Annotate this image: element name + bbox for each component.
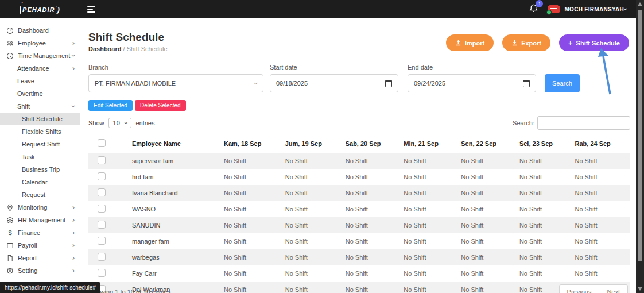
sidebar-item-label: Leave xyxy=(17,78,75,84)
scrollbar-thumb[interactable] xyxy=(638,10,642,261)
sidebar-item-overtime[interactable]: Overtime xyxy=(0,87,80,100)
shift-cell: No Shift xyxy=(516,169,572,185)
column-header-employee-name[interactable]: Employee Name xyxy=(129,134,220,153)
sidebar-item-request-shift[interactable]: Request Shift xyxy=(0,138,80,151)
shift-cell: No Shift xyxy=(516,153,572,169)
table-row: Fay CarrNo ShiftNo ShiftNo ShiftNo Shift… xyxy=(88,265,630,282)
shift-cell: No Shift xyxy=(516,265,572,282)
select-all-checkbox[interactable] xyxy=(98,139,106,147)
clock-icon xyxy=(6,52,14,60)
breadcrumb-separator: / xyxy=(123,45,125,52)
shift-cell: No Shift xyxy=(400,282,457,293)
chevron-right-icon: › xyxy=(72,242,75,249)
status-bar-url: https://pehadir.my.id/shift-schedule# xyxy=(0,282,100,293)
dollar-icon: $ xyxy=(6,229,14,237)
sidebar-item-monitoring[interactable]: Monitoring› xyxy=(0,201,80,214)
row-checkbox[interactable] xyxy=(98,253,106,261)
shift-cell: No Shift xyxy=(400,169,457,185)
add-shift-schedule-button[interactable]: + Shift Schedule xyxy=(559,34,629,51)
sidebar-item-time-management[interactable]: Time Management› xyxy=(0,49,80,62)
shift-cell: No Shift xyxy=(571,153,630,169)
end-date-input[interactable]: 09/24/2025 xyxy=(408,74,536,92)
row-checkbox[interactable] xyxy=(98,269,106,277)
row-checkbox[interactable] xyxy=(98,172,106,180)
row-checkbox[interactable] xyxy=(98,188,106,196)
row-checkbox[interactable] xyxy=(98,205,106,213)
breadcrumb-parent[interactable]: Dashboard xyxy=(88,45,121,52)
pagination: Previous Next xyxy=(559,284,628,293)
sidebar-item-finance[interactable]: $Finance› xyxy=(0,226,80,239)
row-checkbox[interactable] xyxy=(98,156,106,164)
table-row: WASNONo ShiftNo ShiftNo ShiftNo ShiftNo … xyxy=(88,201,630,217)
row-checkbox[interactable] xyxy=(98,237,106,245)
topbar: PEHADIR) 1 MOCH FIRMANSYAH › xyxy=(0,0,644,18)
scroll-down-arrow-icon[interactable] xyxy=(638,287,642,291)
next-page-button[interactable]: Next xyxy=(599,284,628,293)
scroll-up-arrow-icon[interactable] xyxy=(638,2,642,6)
sidebar-item-label: HR Management xyxy=(18,217,72,223)
shift-cell: No Shift xyxy=(282,249,342,265)
app-logo[interactable]: PEHADIR) xyxy=(0,5,80,14)
sidebar-item-request[interactable]: Request xyxy=(0,188,80,201)
start-date-value: 09/18/2025 xyxy=(276,80,308,87)
start-date-input[interactable]: 09/18/2025 xyxy=(270,74,398,92)
sidebar-item-report[interactable]: Report› xyxy=(0,252,80,264)
sidebar-item-label: Attendance xyxy=(17,65,72,72)
table-search-input[interactable] xyxy=(537,116,630,130)
export-button[interactable]: Export xyxy=(502,34,550,51)
branch-select[interactable]: PT. FIRMAN ABADI MOBILE › xyxy=(88,74,263,92)
notification-bell-icon[interactable]: 1 xyxy=(529,3,538,16)
chevron-down-icon: › xyxy=(70,55,77,57)
column-header-rab-24-sep[interactable]: Rab, 24 Sep xyxy=(571,134,630,153)
sidebar-item-dashboard[interactable]: Dashboard xyxy=(0,24,80,37)
employee-icon xyxy=(6,39,14,47)
sidebar-item-label: Flexible Shifts xyxy=(22,128,75,135)
sidebar-item-label: Calendar xyxy=(22,179,75,186)
notification-badge: 1 xyxy=(536,0,543,7)
sidebar-item-shift[interactable]: Shift› xyxy=(0,100,80,113)
column-header-sab-20-sep[interactable]: Sab, 20 Sep xyxy=(342,134,401,153)
row-checkbox[interactable] xyxy=(98,221,106,229)
calendar-icon[interactable] xyxy=(385,80,392,87)
column-header-kam-18-sep[interactable]: Kam, 18 Sep xyxy=(220,134,282,153)
branch-label: Branch xyxy=(88,64,263,71)
sidebar-item-setting[interactable]: Setting› xyxy=(0,264,80,277)
sidebar-item-label: Report xyxy=(18,255,72,261)
sidebar-item-label: Monitoring xyxy=(18,204,72,211)
column-header-jum-19-sep[interactable]: Jum, 19 Sep xyxy=(282,134,342,153)
sidebar-item-leave[interactable]: Leave xyxy=(0,75,80,87)
sidebar-item-business-trip[interactable]: Business Trip xyxy=(0,163,80,176)
sidebar-item-hr-management[interactable]: HR Management› xyxy=(0,214,80,226)
sidebar-item-label: Shift xyxy=(17,103,72,110)
import-button[interactable]: Import xyxy=(446,34,494,51)
shift-cell: No Shift xyxy=(457,185,516,201)
sidebar-item-employee[interactable]: Employee› xyxy=(0,37,80,49)
column-header-min-21-sep[interactable]: Min, 21 Sep xyxy=(400,134,457,153)
sidebar-item-shift-schedule[interactable]: Shift Schedule xyxy=(0,113,80,125)
calendar-icon[interactable] xyxy=(523,80,530,87)
sidebar-item-task[interactable]: Task xyxy=(0,151,80,163)
vertical-scrollbar[interactable] xyxy=(636,0,644,293)
column-header-sen-22-sep[interactable]: Sen, 22 Sep xyxy=(457,134,516,153)
shift-cell: No Shift xyxy=(342,201,401,217)
previous-page-button[interactable]: Previous xyxy=(559,284,600,293)
sidebar-item-calendar[interactable]: Calendar xyxy=(0,176,80,188)
employee-name: Ivana Blanchard xyxy=(129,185,220,201)
employee-name: Fay Carr xyxy=(129,265,220,282)
shift-cell: No Shift xyxy=(516,185,572,201)
user-menu[interactable]: MOCH FIRMANSYAH › xyxy=(548,5,627,13)
sidebar-item-flexible-shifts[interactable]: Flexible Shifts xyxy=(0,125,80,138)
sidebar-item-payroll[interactable]: Payroll› xyxy=(0,239,80,252)
search-button[interactable]: Search xyxy=(545,74,580,92)
sidebar-item-attendance[interactable]: Attendance› xyxy=(0,62,80,75)
shift-cell: No Shift xyxy=(342,282,401,293)
page-size-select[interactable]: 10 › xyxy=(108,118,132,128)
edit-selected-button[interactable]: Edit Selected xyxy=(88,100,133,111)
show-label: Show xyxy=(88,119,104,126)
delete-selected-button[interactable]: Delete Selected xyxy=(135,100,186,111)
employee-name: supervisor fam xyxy=(129,153,220,169)
shift-cell: No Shift xyxy=(220,265,282,282)
chevron-down-icon: › xyxy=(70,105,77,107)
hamburger-menu-icon[interactable] xyxy=(87,6,95,13)
column-header-sel-23-sep[interactable]: Sel, 23 Sep xyxy=(516,134,572,153)
